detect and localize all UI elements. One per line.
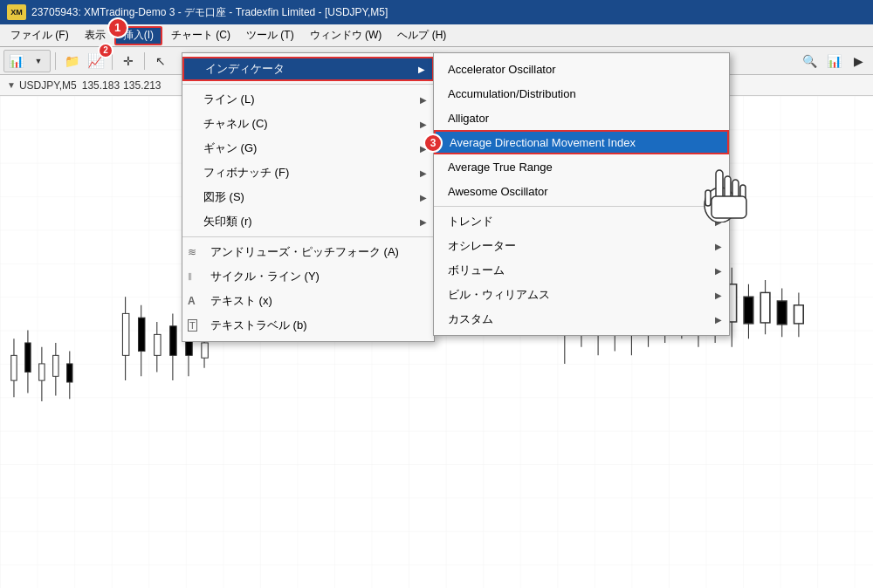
custom-arrow — [715, 315, 722, 325]
zoom-in-btn[interactable]: 🔍 — [798, 51, 821, 72]
sub-accelerator[interactable]: Accelerator Oscillator — [434, 57, 729, 81]
svg-rect-49 — [760, 292, 770, 323]
svg-rect-3 — [11, 355, 17, 380]
chart-price2: 135.213 — [123, 79, 161, 92]
svg-rect-11 — [67, 364, 72, 382]
svg-rect-19 — [170, 326, 176, 356]
svg-rect-47 — [744, 297, 753, 324]
svg-rect-51 — [777, 301, 787, 325]
svg-rect-53 — [794, 305, 804, 324]
insert-dropdown: インディケータ ▶ ライン (L) ▶ チャネル (C) ▶ ギャン (G) ▶… — [182, 52, 435, 342]
new-chart-btn[interactable]: 📊 — [4, 51, 27, 72]
sub-awesome[interactable]: Awesome Oscillator — [434, 179, 729, 203]
svg-rect-13 — [122, 313, 128, 355]
crosshair-btn[interactable]: ✛ — [117, 51, 140, 72]
sub-custom[interactable]: カスタム — [434, 307, 729, 332]
new-chart-group: 📊 ▼ — [3, 50, 51, 72]
sub-oscillator[interactable]: オシレーター — [434, 234, 729, 258]
svg-rect-7 — [39, 364, 45, 380]
menu-bar: ファイル (F) 表示 挿入(I) 1 チャート (C) ツール (T) ウィン… — [0, 24, 873, 47]
volume-arrow — [715, 266, 722, 276]
menu-file[interactable]: ファイル (F) — [3, 26, 76, 45]
menu-channels-item[interactable]: チャネル (C) ▶ — [182, 112, 434, 136]
fibonacci-arrow: ▶ — [420, 168, 427, 178]
open-btn[interactable]: 📁 — [60, 51, 83, 72]
toolbar-sep1 — [55, 52, 56, 70]
indicators-toolbar-btn[interactable]: 📈 2 — [85, 51, 107, 72]
menu-text-item[interactable]: A テキスト (x) — [182, 289, 434, 313]
step2-circle: 2 — [98, 43, 113, 58]
menu-help[interactable]: ヘルプ (H) — [390, 26, 453, 45]
menu-window[interactable]: ウィンドウ (W) — [303, 26, 389, 45]
svg-rect-5 — [25, 343, 31, 373]
arrows-arrow: ▶ — [420, 217, 427, 227]
trend-arrow — [715, 217, 722, 227]
app-icon: XM — [7, 4, 26, 20]
textlabel-icon: T — [188, 319, 197, 332]
indicators-arrow: ▶ — [418, 65, 425, 74]
sub-trend[interactable]: トレンド — [434, 209, 729, 234]
select-btn[interactable]: ↖ — [149, 51, 172, 72]
lines-arrow: ▶ — [420, 95, 427, 105]
menu-chart[interactable]: チャート (C) — [164, 26, 237, 45]
sub-williams[interactable]: ビル・ウィリアムス — [434, 283, 729, 307]
step3-circle: 3 — [423, 133, 443, 153]
sub-alligator[interactable]: Alligator — [434, 106, 729, 130]
sub-adx[interactable]: Average Directional Movement Index 3 — [434, 130, 729, 154]
menu-cycle-item[interactable]: ⦀ サイクル・ライン (Y) — [182, 264, 434, 289]
menu-lines-item[interactable]: ライン (L) ▶ — [182, 87, 434, 112]
menu-fibonacci-item[interactable]: フィボナッチ (F) ▶ — [182, 161, 434, 185]
menu-textlabel-item[interactable]: T テキストラベル (b) — [182, 313, 434, 338]
menu-shapes-item[interactable]: 図形 (S) ▶ — [182, 185, 434, 209]
chart-type-btn[interactable]: 📊 — [822, 51, 845, 72]
shapes-arrow: ▶ — [420, 193, 427, 202]
williams-arrow — [715, 291, 722, 300]
sub-atr[interactable]: Average True Range — [434, 154, 729, 179]
menu-insert[interactable]: 挿入(I) 1 — [114, 26, 162, 45]
oscillator-arrow — [715, 242, 722, 251]
sub-volume[interactable]: ボリューム — [434, 258, 729, 283]
new-chart-dropdown[interactable]: ▼ — [27, 51, 50, 72]
channels-arrow: ▶ — [420, 120, 427, 129]
menu-arrows-item[interactable]: 矢印類 (r) ▶ — [182, 209, 434, 234]
svg-rect-17 — [155, 334, 161, 355]
indicators-sep — [434, 206, 729, 207]
insert-sep2 — [182, 236, 434, 237]
menu-indicators-item[interactable]: インディケータ ▶ — [182, 57, 434, 81]
menu-tools[interactable]: ツール (T) — [239, 26, 301, 45]
menu-pitchfork-item[interactable]: ≋ アンドリューズ・ピッチフォーク (A) — [182, 240, 434, 264]
svg-rect-9 — [53, 355, 58, 376]
forward-btn[interactable]: ▶ — [847, 51, 870, 72]
toolbar-sep3 — [144, 52, 145, 70]
svg-rect-15 — [139, 318, 145, 351]
pitchfork-icon: ≋ — [188, 246, 196, 258]
chart-price1: 135.183 — [82, 79, 120, 92]
sub-accumulation[interactable]: Accumulation/Distribution — [434, 81, 729, 106]
cycle-icon: ⦀ — [188, 270, 192, 283]
insert-sep1 — [182, 84, 434, 85]
title-bar: XM 23705943: XMTrading-Demo 3 - デモ口座 - T… — [0, 0, 873, 24]
title-text: 23705943: XMTrading-Demo 3 - デモ口座 - Trad… — [31, 5, 388, 20]
indicators-submenu: Accelerator Oscillator Accumulation/Dist… — [433, 52, 730, 336]
menu-gann-item[interactable]: ギャン (G) ▶ — [182, 136, 434, 161]
svg-rect-23 — [202, 343, 208, 358]
chart-symbol: USDJPY,M5 — [19, 79, 77, 92]
step1-circle: 1 — [107, 17, 128, 38]
text-icon: A — [188, 295, 196, 307]
